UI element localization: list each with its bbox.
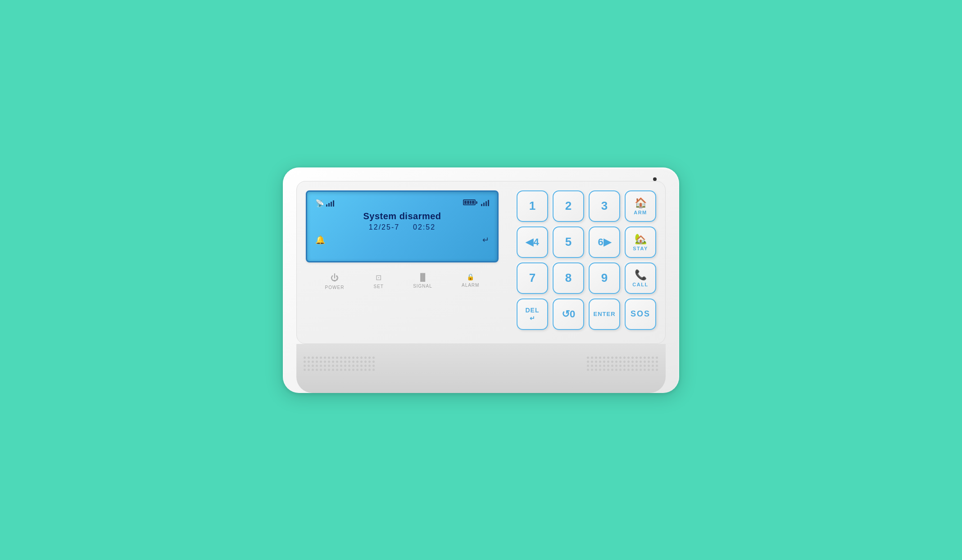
set-icon: ⊡ [376, 273, 381, 282]
right-speaker [580, 348, 666, 385]
lcd-top-bar: 📡 [315, 199, 489, 208]
enter-label: ENTER [593, 311, 615, 317]
status-indicators: ⏻ POWER ⊡ SET ▐▌ SIGNAL 🔒 ALARM [306, 271, 499, 293]
key-call-button[interactable]: 📞 CALL [625, 262, 656, 294]
alarm-label: ALARM [462, 283, 479, 288]
camera-dot [653, 177, 657, 181]
battery-tip [476, 201, 477, 204]
power-icon: ⏻ [331, 273, 339, 283]
lcd-screen: 📡 [306, 190, 499, 262]
lcd-status-text: System disarmed [315, 211, 489, 221]
key-arm-button[interactable]: 🏠 ARM [625, 190, 656, 222]
bell-icon: 🔔 [315, 235, 325, 245]
del-label: DEL [526, 307, 540, 314]
battery-body [463, 199, 476, 205]
status-set: ⊡ SET [374, 273, 384, 290]
enter-arrow-icon: ↵ [482, 235, 489, 245]
stay-label: STAY [633, 246, 648, 251]
call-label: CALL [632, 282, 648, 287]
left-panel: 📡 [306, 190, 499, 330]
power-label: POWER [325, 285, 345, 290]
lcd-time: 02:52 [413, 223, 436, 231]
key-3-button[interactable]: 3 [589, 190, 620, 222]
antenna-icon: 📡 [315, 199, 324, 208]
battery-icon [463, 199, 477, 205]
lcd-bottom-bar: 🔔 ↵ [315, 235, 489, 245]
left-speaker [296, 348, 382, 385]
status-signal: ▐▌ SIGNAL [413, 273, 432, 290]
gsm-signal-bars [326, 199, 334, 207]
key-7-button[interactable]: 7 [517, 262, 548, 294]
left-speaker-grille [296, 352, 382, 376]
key-8-button[interactable]: 8 [553, 262, 584, 294]
alarm-icon: 🔒 [467, 273, 474, 280]
sos-label: SOS [631, 309, 650, 319]
lcd-date: 12/25-7 [369, 223, 399, 231]
key-sos-button[interactable]: SOS [625, 298, 656, 330]
battery-signal-group [463, 199, 489, 206]
key-0-icon: ↺0 [562, 308, 575, 320]
keypad: 1 2 3 🏠 ARM ◀4 5 6▶ 🏡 STAY 7 8 9 [517, 190, 656, 330]
key-1-button[interactable]: 1 [517, 190, 548, 222]
key-2-button[interactable]: 2 [553, 190, 584, 222]
key-5-button[interactable]: 5 [553, 226, 584, 258]
arm-label: ARM [634, 210, 647, 215]
arm-house-icon: 🏠 [635, 197, 647, 209]
stay-house-icon: 🏡 [635, 233, 647, 245]
key-4-button[interactable]: ◀4 [517, 226, 548, 258]
signal-label: SIGNAL [413, 284, 432, 289]
alarm-panel: 📡 [283, 167, 679, 393]
wifi-signal-bars [481, 199, 489, 206]
key-0-button[interactable]: ↺0 [553, 298, 584, 330]
lcd-datetime: 12/25-7 02:52 [315, 223, 489, 231]
key-6-icon: 6▶ [598, 236, 611, 248]
status-power: ⏻ POWER [325, 273, 345, 290]
del-arrow-icon: ↵ [530, 315, 535, 322]
set-label: SET [374, 284, 384, 289]
signal-icon: ▐▌ [417, 273, 428, 281]
right-speaker-grille [580, 352, 666, 376]
call-phone-icon: 📞 [635, 269, 647, 281]
key-del-button[interactable]: DEL ↵ [517, 298, 548, 330]
key-6-button[interactable]: 6▶ [589, 226, 620, 258]
bottom-strip [296, 344, 666, 393]
key-9-button[interactable]: 9 [589, 262, 620, 294]
key-4-icon: ◀4 [526, 236, 539, 248]
main-panel: 📡 [296, 181, 666, 344]
key-stay-button[interactable]: 🏡 STAY [625, 226, 656, 258]
key-enter-button[interactable]: ENTER [589, 298, 620, 330]
gsm-signal-group: 📡 [315, 199, 334, 208]
status-alarm: 🔒 ALARM [462, 273, 479, 290]
